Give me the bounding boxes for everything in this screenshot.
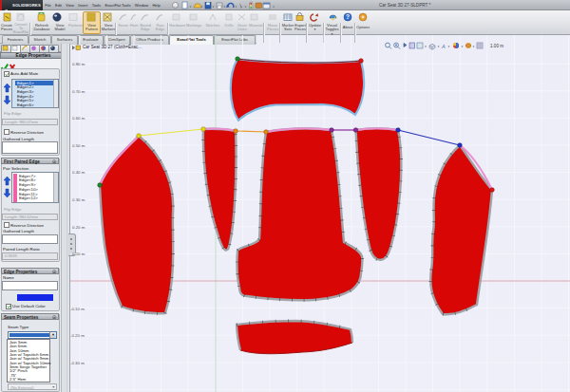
- svg-text:0.60 m: 0.60 m: [72, 116, 86, 121]
- svg-text:0.30 m: 0.30 m: [72, 197, 86, 202]
- svg-text:-0.30 m: -0.30 m: [70, 361, 85, 365]
- svg-text:0.70 m: 0.70 m: [72, 89, 86, 94]
- svg-text:1.00 m: 1.00 m: [490, 44, 504, 48]
- svg-text:-0.20 m: -0.20 m: [70, 333, 85, 338]
- svg-text:-0.10 m: -0.10 m: [70, 307, 85, 311]
- svg-text:A: A: [441, 44, 446, 49]
- svg-text:0.20 m: 0.20 m: [72, 225, 86, 230]
- svg-text:0.10 m: 0.10 m: [72, 252, 86, 256]
- svg-text:0.80 m: 0.80 m: [72, 62, 86, 66]
- svg-text:0.40 m: 0.40 m: [72, 170, 86, 175]
- svg-text:0.50 m: 0.50 m: [72, 143, 86, 148]
